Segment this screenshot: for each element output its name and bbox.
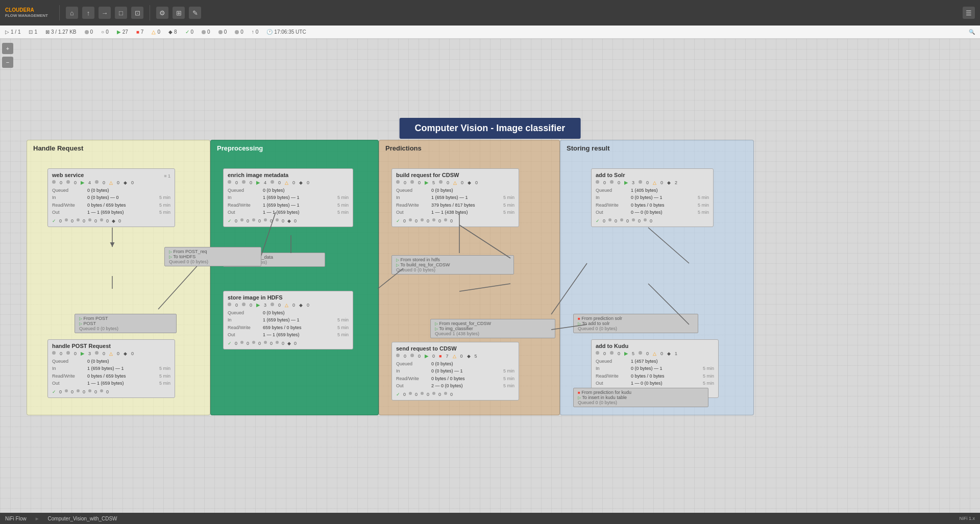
build-cdsw-bottom: ✓0 0 0 0 0	[396, 218, 514, 223]
processor-send-cdsw[interactable]: send request to CDSW 0 0 ▶0 ■7 △0 ◆5 Que…	[391, 342, 519, 401]
ws-stat3	[95, 180, 99, 184]
store-hdfs-metrics: Queued0 (0 bytes) In1 (659 bytes) — 15 m…	[228, 309, 349, 339]
queue-from-post-label: ▷ From POST	[79, 316, 172, 321]
search-icon[interactable]: 🔍	[969, 29, 975, 35]
check-count: 0	[191, 29, 194, 35]
enrich-metrics: Queued0 (0 bytes) In1 (659 bytes) — 15 m…	[228, 187, 349, 216]
ws-stat4: ◆	[124, 180, 127, 185]
processor-add-solr[interactable]: add to Solr 0 0 ▶3 0 △0 ◆2 Queued1 (405 …	[591, 168, 714, 227]
web-service-metrics: Queued0 (0 bytes) In0 (0 bytes) — 05 min…	[52, 187, 170, 216]
queue-post-req[interactable]: ▷ From POST_req ▷ To toHDFS Queued 0 (0 …	[164, 247, 261, 266]
ws-stat1	[52, 180, 56, 184]
thread-icon: ⊡	[29, 29, 33, 35]
queue-stored-from: ▷ From stored in hdfs	[396, 257, 509, 262]
template2-icon[interactable]: ⊡	[131, 7, 143, 19]
settings-icon[interactable]: ⚙	[156, 7, 168, 19]
processor-store-hdfs[interactable]: store image in HDFS 0 0 ▶3 0 △0 ◆0 Queue…	[223, 291, 353, 350]
dot2-count: 0	[224, 29, 227, 35]
dot-status1: 0	[202, 29, 210, 35]
flow-status: ▷ 1 / 1	[5, 29, 20, 35]
up-count: 8	[174, 29, 177, 35]
group-predictions: Predictions build request for CDSW 0 0 ▶…	[379, 140, 560, 415]
queue-pred-solr-from: ■ From prediction solr	[578, 316, 694, 321]
flow-title: Computer Vision - Image classifier	[400, 118, 581, 139]
queue-pred-kudu-from: ■ From prediction for kudu	[578, 390, 704, 395]
queue-from-post[interactable]: ▷ From POST ▷ POST Queued 0 (0 bytes)	[75, 314, 177, 333]
queue-pred-solr-queued: Queued 0 (0 bytes)	[578, 326, 694, 331]
clock-icon: 🕐	[266, 29, 273, 35]
breadcrumb-flow[interactable]: Computer_Vision_with_CDSW	[48, 516, 117, 521]
group-handle-request: Handle Request web service ≡ 1 0 0 ▶4 0 …	[27, 140, 210, 415]
web-service-title: web service	[52, 172, 84, 178]
separator-2	[150, 5, 150, 20]
add-solr-stats: 0 0 ▶3 0 △0 ◆2	[596, 180, 709, 185]
breadcrumb-nifi[interactable]: NiFi Flow	[5, 516, 27, 521]
upload-icon[interactable]: ↑	[82, 7, 94, 19]
check-status: ✓ 0	[185, 29, 194, 35]
processor-build-cdsw[interactable]: build request for CDSW 0 0 ▶5 0 △0 ◆0 Qu…	[391, 168, 519, 227]
queue-prediction-solr[interactable]: ■ From prediction solr ▷ To add to solr …	[573, 314, 698, 333]
up-icon: ◆	[168, 29, 173, 35]
add-kudu-title: add to Kudu	[596, 343, 714, 349]
dot2	[218, 30, 223, 34]
export-icon[interactable]: →	[99, 7, 111, 19]
send-cdsw-stats: 0 0 ▶0 ■7 △0 ◆5	[396, 354, 514, 359]
queue-post-req-from: ▷ From POST_req	[169, 249, 257, 254]
group-storing-label: Storing result	[567, 144, 610, 152]
enrich-bottom: ✓0 0 0 0 0 ◆0	[228, 218, 349, 223]
stopped-icon: ○	[101, 29, 104, 35]
warning-icon: △	[152, 29, 156, 35]
ws-warn-icon: △	[109, 180, 113, 185]
processor-enrich-metadata[interactable]: enrich image metadata 0 0 ▶4 0 △0 ◆0 Que…	[223, 168, 353, 227]
zoom-out-icon[interactable]: −	[2, 57, 13, 68]
grid-icon[interactable]: ⊞	[173, 7, 185, 19]
group-preprocessing-label: Preprocessing	[217, 144, 263, 152]
data-count: 3 / 1.27 KB	[51, 29, 76, 35]
enrich-stats: 0 0 ▶4 0 △0 ◆0	[228, 180, 349, 185]
arrow-icon: ↑	[252, 29, 254, 35]
invalid-icon: ■	[136, 29, 139, 35]
queue-pred-kudu-to: ▷ To insert in kudu table	[578, 395, 704, 400]
invalid-count: 7	[141, 29, 144, 35]
home-icon[interactable]: ⌂	[66, 7, 78, 19]
queue-pred-solr-to: ▷ To add to solr	[578, 321, 694, 326]
add-solr-bottom: ✓0 0 0 0 0	[596, 218, 709, 223]
template-icon[interactable]: □	[115, 7, 127, 19]
running-status: ▶ 27	[117, 29, 128, 35]
queue-post-queued: Queued 0 (0 bytes)	[79, 326, 172, 331]
separator-1	[59, 5, 60, 20]
ws-run-icon: ▶	[81, 180, 84, 185]
queue-req-cdsw-from: ▷ From request_for_CDSW	[435, 321, 551, 326]
processor-handle-post[interactable]: handle POST Request 0 0 ▶3 0 △0 ◆0 Queue…	[47, 339, 175, 398]
processor-web-service[interactable]: web service ≡ 1 0 0 ▶4 0 △0 ◆0 Queued0 (…	[47, 168, 175, 227]
thread-status: ⊡ 1	[29, 29, 37, 35]
add-solr-metrics: Queued1 (405 bytes) In0 (0 bytes) — 15 m…	[596, 187, 709, 216]
store-hdfs-title: store image in HDFS	[228, 294, 349, 301]
arrow-count: 0	[256, 29, 259, 35]
running-count: 27	[122, 29, 128, 35]
web-service-id: ≡ 1	[164, 173, 170, 179]
queue-request-cdsw[interactable]: ▷ From request_for_CDSW ▷ To img_classif…	[430, 319, 555, 338]
warning-status: △ 0	[152, 29, 160, 35]
data-status: ⊠ 3 / 1.27 KB	[45, 29, 76, 35]
send-cdsw-bottom: ✓0 0 0 0 0	[396, 392, 514, 397]
dot1	[202, 30, 206, 34]
up-status: ◆ 8	[168, 29, 177, 35]
breadcrumb-separator: ►	[35, 516, 40, 521]
status-bar: ▷ 1 / 1 ⊡ 1 ⊠ 3 / 1.27 KB 0 ○ 0 ▶ 27 ■ 7…	[0, 26, 980, 39]
queue-req-cdsw-to: ▷ To img_classifier	[435, 326, 551, 331]
zoom-in-icon[interactable]: +	[2, 43, 13, 54]
store-hdfs-stats: 0 0 ▶3 0 △0 ◆0	[228, 303, 349, 308]
menu-icon[interactable]: ☰	[963, 7, 975, 19]
edit-icon[interactable]: ✎	[189, 7, 201, 19]
group-storing: Storing result add to Solr 0 0 ▶3 0 △0 ◆…	[560, 140, 754, 415]
enrich-metadata-title: enrich image metadata	[228, 172, 349, 178]
queue-prediction-kudu[interactable]: ■ From prediction for kudu ▷ To insert i…	[573, 388, 708, 407]
check-icon: ✓	[185, 29, 189, 35]
queue-stored-hdfs[interactable]: ▷ From stored in hdfs ▷ To build_req_for…	[391, 255, 514, 275]
queue-to-post-label: ▷ POST	[79, 321, 172, 326]
queue-stored-queued: Queued 0 (0 bytes)	[396, 267, 509, 272]
group-handle-request-label: Handle Request	[33, 144, 83, 152]
dot3	[235, 30, 239, 34]
arrow-status: ↑ 0	[252, 29, 259, 35]
